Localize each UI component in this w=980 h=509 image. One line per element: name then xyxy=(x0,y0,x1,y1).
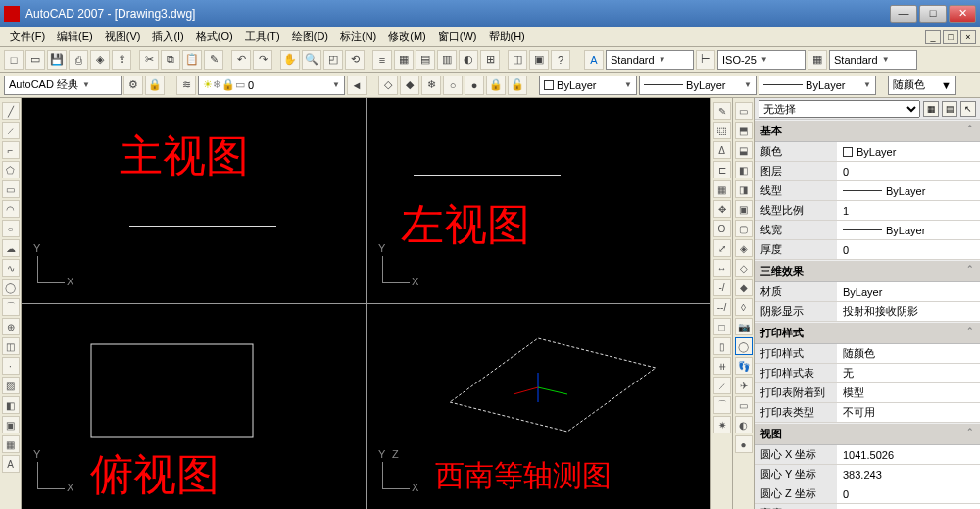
prop-group-header[interactable]: 基本⌃ xyxy=(755,120,980,142)
zoom-previous-icon[interactable]: ⟲ xyxy=(345,50,365,70)
makeblock-icon[interactable]: ◫ xyxy=(2,337,20,355)
viewport-iso[interactable]: 西南等轴测图 YXZ xyxy=(367,304,710,509)
minimize-button[interactable]: — xyxy=(890,5,917,23)
ellipsearc-icon[interactable]: ⌒ xyxy=(2,298,20,316)
region-icon[interactable]: ▣ xyxy=(2,416,20,433)
menu-file[interactable]: 文件(F) xyxy=(6,27,49,46)
menu-help[interactable]: 帮助(H) xyxy=(485,27,529,46)
prop-row[interactable]: 高度546.7147 xyxy=(755,504,980,509)
layer-iso-icon[interactable]: ◆ xyxy=(400,76,419,95)
layer-manager-icon[interactable]: ≋ xyxy=(176,76,196,95)
se-iso-icon[interactable]: ◇ xyxy=(735,259,753,277)
left-view-icon[interactable]: ◧ xyxy=(735,161,753,178)
line-icon[interactable]: ╱ xyxy=(2,102,20,120)
markup-icon[interactable]: ◐ xyxy=(459,50,478,70)
scale-icon[interactable]: ⤢ xyxy=(713,239,731,257)
zoom-window-icon[interactable]: ◰ xyxy=(323,50,343,70)
break-icon[interactable]: □ xyxy=(713,318,731,335)
sheetset-icon[interactable]: ▥ xyxy=(437,50,457,70)
linetype-combo[interactable]: ByLayer▼ xyxy=(639,76,757,95)
prop-value[interactable]: 0 xyxy=(837,162,980,180)
plot-preview-icon[interactable]: ◈ xyxy=(90,50,110,70)
prop-row[interactable]: 打印表附着到模型 xyxy=(755,383,980,403)
prop-value[interactable]: 546.7147 xyxy=(837,504,980,509)
insert-icon[interactable]: ⊕ xyxy=(2,318,20,335)
viewport-top[interactable]: 俯视图 YX xyxy=(22,304,366,509)
polygon-icon[interactable]: ⬠ xyxy=(2,161,20,178)
table-icon[interactable]: ▦ xyxy=(2,435,20,453)
prop-value[interactable]: 0 xyxy=(837,240,980,259)
prop-row[interactable]: 打印样式表无 xyxy=(755,364,980,383)
plotstyle-combo[interactable]: 随颜色▼ xyxy=(888,76,956,95)
mdi-minimize-button[interactable]: _ xyxy=(925,30,941,44)
mirror-icon[interactable]: Δ xyxy=(713,141,731,159)
prop-value[interactable]: 0 xyxy=(837,484,980,503)
open-icon[interactable]: ▭ xyxy=(25,50,45,70)
prop-row[interactable]: 图层0 xyxy=(755,162,980,181)
menu-dimension[interactable]: 标注(N) xyxy=(336,27,380,46)
top-view-icon[interactable]: ⬒ xyxy=(735,122,753,139)
paste-icon[interactable]: 📋 xyxy=(182,50,202,70)
selectobj-icon[interactable]: ↖ xyxy=(960,101,976,117)
join-icon[interactable]: ⧺ xyxy=(713,357,731,375)
properties-icon[interactable]: ≡ xyxy=(372,50,392,70)
quickselect-icon[interactable]: ▦ xyxy=(923,101,939,117)
prop-row[interactable]: 打印样式随颜色 xyxy=(755,344,980,364)
prop-row[interactable]: 厚度0 xyxy=(755,240,980,260)
help-icon[interactable]: ? xyxy=(551,50,570,70)
camera-icon[interactable]: 📷 xyxy=(735,318,753,335)
arc-icon[interactable]: ◠ xyxy=(2,200,20,218)
prop-row[interactable]: 圆心 X 坐标1041.5026 xyxy=(755,445,980,465)
gradient-icon[interactable]: ◧ xyxy=(2,396,20,414)
workspace-combo[interactable]: AutoCAD 经典▼ xyxy=(4,76,122,95)
menu-window[interactable]: 窗口(W) xyxy=(434,27,481,46)
visual-real-icon[interactable]: ● xyxy=(735,435,753,453)
array-icon[interactable]: ▦ xyxy=(713,180,731,198)
copy-icon[interactable]: ⧉ xyxy=(161,50,180,70)
viewport-left[interactable]: 左视图 YX xyxy=(367,98,710,303)
visual-2d-icon[interactable]: ▭ xyxy=(735,396,753,414)
offset-icon[interactable]: ⊏ xyxy=(713,161,731,178)
spline-icon[interactable]: ∿ xyxy=(2,259,20,277)
prop-row[interactable]: 阴影显示投射和接收阴影 xyxy=(755,302,980,322)
hatch-icon[interactable]: ▨ xyxy=(2,377,20,394)
menu-modify[interactable]: 修改(M) xyxy=(384,27,430,46)
rotate-icon[interactable]: O xyxy=(713,220,731,237)
prop-group-header[interactable]: 打印样式⌃ xyxy=(755,322,980,344)
prop-value[interactable]: 1 xyxy=(837,201,980,220)
mtext-icon[interactable]: A xyxy=(2,455,20,473)
prop-value[interactable]: 投射和接收阴影 xyxy=(837,302,980,321)
break2-icon[interactable]: ▯ xyxy=(713,337,731,355)
zoom-icon[interactable]: 🔍 xyxy=(302,50,321,70)
prop-value[interactable]: ByLayer xyxy=(837,221,980,239)
sw-iso-icon[interactable]: ◈ xyxy=(735,239,753,257)
point-icon[interactable]: · xyxy=(2,357,20,375)
close-button[interactable]: ✕ xyxy=(949,5,976,23)
calc-icon[interactable]: ⊞ xyxy=(480,50,500,70)
bottom-view-icon[interactable]: ⬓ xyxy=(735,141,753,159)
maximize-button[interactable]: □ xyxy=(919,5,947,23)
pan-icon[interactable]: ✋ xyxy=(280,50,300,70)
workspace-settings-icon[interactable]: ⚙ xyxy=(123,76,143,95)
new-icon[interactable]: □ xyxy=(4,50,24,70)
tablestyle-icon[interactable]: ▦ xyxy=(808,50,827,70)
menu-insert[interactable]: 插入(I) xyxy=(148,27,187,46)
menu-format[interactable]: 格式(O) xyxy=(192,27,237,46)
dim-style-combo[interactable]: ISO-25▼ xyxy=(717,50,806,70)
prop-row[interactable]: 圆心 Y 坐标383.243 xyxy=(755,465,980,484)
mdi-restore-button[interactable]: □ xyxy=(943,30,958,44)
ellipse-icon[interactable]: ◯ xyxy=(2,279,20,296)
prop-value[interactable]: ByLayer xyxy=(837,181,980,200)
cut-icon[interactable]: ✂ xyxy=(139,50,159,70)
xline-icon[interactable]: ⟋ xyxy=(2,122,20,139)
mdi-close-button[interactable]: × xyxy=(960,30,976,44)
explode-icon[interactable]: ✷ xyxy=(713,416,731,433)
selection-combo[interactable]: 无选择 xyxy=(759,100,920,118)
menu-draw[interactable]: 绘图(D) xyxy=(288,27,332,46)
prop-value[interactable]: 383.243 xyxy=(837,465,980,484)
front-view-icon[interactable]: ▣ xyxy=(735,200,753,218)
layer-freeze-icon[interactable]: ❄ xyxy=(421,76,441,95)
walk-icon[interactable]: 👣 xyxy=(735,357,753,375)
layer-prev-icon[interactable]: ◄ xyxy=(347,76,367,95)
layer-unlock-icon[interactable]: 🔓 xyxy=(508,76,527,95)
